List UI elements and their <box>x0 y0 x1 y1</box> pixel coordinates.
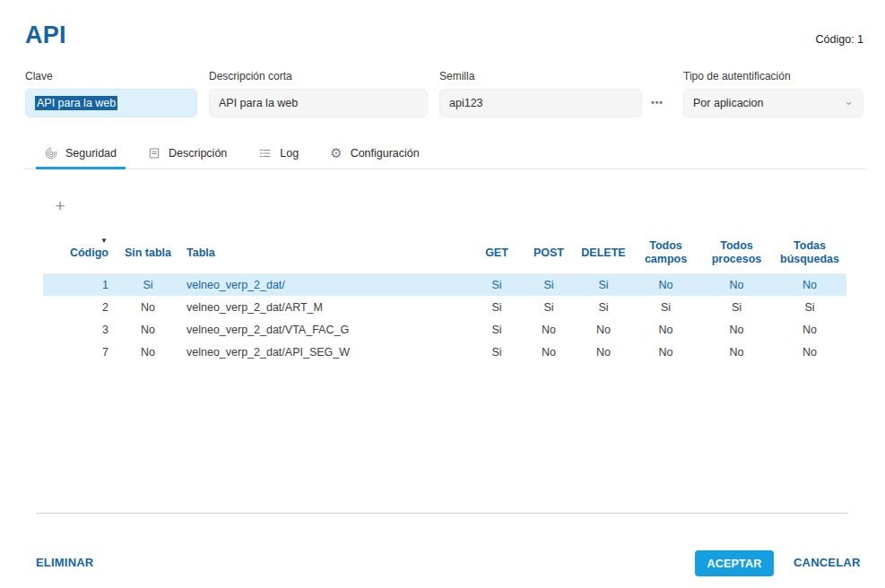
col-header-get[interactable]: GET <box>472 233 522 273</box>
table-cell[interactable]: No <box>576 341 631 363</box>
table-cell[interactable]: Si <box>576 273 631 296</box>
table-cell[interactable]: No <box>700 273 773 296</box>
table-cell[interactable]: Si <box>522 296 576 318</box>
table-cell[interactable]: No <box>631 273 700 296</box>
table-cell[interactable]: No <box>631 341 700 363</box>
table-cell[interactable]: No <box>700 318 773 341</box>
table-cell[interactable]: Si <box>472 296 522 318</box>
col-header-post[interactable]: POST <box>522 233 576 273</box>
footer-divider <box>36 513 847 514</box>
tab-log-label: Log <box>280 147 299 160</box>
col-header-todos-procesos[interactable]: Todos procesos <box>700 233 773 273</box>
table-cell[interactable]: 7 <box>43 341 117 363</box>
col-header-todos-campos[interactable]: Todos campos <box>631 233 700 273</box>
table-cell[interactable]: 1 <box>43 273 117 296</box>
semilla-value: api123 <box>449 97 483 109</box>
table-cell[interactable]: No <box>117 318 179 341</box>
col-header-tabla[interactable]: Tabla <box>179 233 472 273</box>
plus-icon: + <box>55 196 65 215</box>
gear-icon: ⚙ <box>330 147 342 160</box>
table-row[interactable]: 7Novelneo_verp_2_dat/API_SEG_WSiNoNoNoNo… <box>43 341 846 363</box>
tipo-autentificacion-select[interactable]: Por aplicacion ⌄ <box>683 89 863 117</box>
semilla-input[interactable]: api123 <box>439 89 642 117</box>
tab-bar: Seguridad Descripción Log <box>0 140 885 169</box>
table-cell[interactable]: Si <box>700 296 773 318</box>
list-icon <box>258 147 272 160</box>
table-row[interactable]: 3Novelneo_verp_2_dat/VTA_FAC_GSiNoNoNoNo… <box>43 318 846 341</box>
table-cell[interactable]: 3 <box>43 318 117 341</box>
col-header-sin-tabla[interactable]: Sin tabla <box>117 233 179 273</box>
table-header-row: Código ▼ Sin tabla Tabla GET POST DELETE… <box>43 233 846 273</box>
clave-input[interactable]: API para la web <box>25 89 197 117</box>
descripcion-corta-input[interactable]: API para la web <box>209 89 428 117</box>
tab-configuracion[interactable]: ⚙ Configuración <box>321 141 429 169</box>
table-cell[interactable]: No <box>522 341 576 363</box>
semilla-more-options-button[interactable]: ••• <box>647 96 667 110</box>
table-cell[interactable]: velneo_verp_2_dat/VTA_FAC_G <box>179 318 472 341</box>
table-cell[interactable]: Si <box>576 296 631 318</box>
table-cell[interactable]: Si <box>631 296 700 318</box>
tipo-autentificacion-value: Por aplicacion <box>693 97 764 109</box>
clave-input-selected-text: API para la web <box>35 96 117 110</box>
table-row[interactable]: 2Novelneo_verp_2_dat/ART_MSiSiSiSiSiSi <box>43 296 846 318</box>
table-cell[interactable]: No <box>631 318 700 341</box>
table-cell[interactable]: Si <box>472 341 522 363</box>
table-cell[interactable]: No <box>117 296 179 318</box>
table-cell[interactable]: velneo_verp_2_dat/ART_M <box>179 296 472 318</box>
fingerprint-icon <box>45 147 57 160</box>
table-cell[interactable]: Si <box>117 273 179 296</box>
table-row[interactable]: 1Sivelneo_verp_2_dat/SiSiSiNoNoNo <box>43 273 846 296</box>
clave-label: Clave <box>25 70 53 82</box>
tab-configuracion-label: Configuración <box>351 147 420 160</box>
chevron-down-icon: ⌄ <box>844 97 854 106</box>
table-cell[interactable]: velneo_verp_2_dat/ <box>179 273 472 296</box>
table-cell[interactable]: Si <box>773 296 846 318</box>
table-cell[interactable]: Si <box>522 273 576 296</box>
security-table: Código ▼ Sin tabla Tabla GET POST DELETE… <box>43 233 846 363</box>
ellipsis-icon: ••• <box>651 98 664 108</box>
table-cell[interactable]: No <box>576 318 631 341</box>
table-cell[interactable]: No <box>117 341 179 363</box>
sort-desc-icon: ▼ <box>100 237 108 246</box>
descripcion-corta-label: Descripción corta <box>209 70 292 82</box>
table-cell[interactable]: No <box>700 341 773 363</box>
record-code-badge: Código: 1 <box>815 33 863 46</box>
tab-descripcion-label: Descripción <box>169 147 227 160</box>
table-cell[interactable]: velneo_verp_2_dat/API_SEG_W <box>179 341 472 363</box>
semilla-label: Semilla <box>439 70 474 82</box>
table-cell[interactable]: Si <box>472 318 522 341</box>
col-header-delete[interactable]: DELETE <box>576 233 631 273</box>
tipo-autentificacion-label: Tipo de autentificación <box>683 70 791 82</box>
table-cell[interactable]: Si <box>472 273 522 296</box>
table-cell[interactable]: No <box>773 318 846 341</box>
tab-seguridad-label: Seguridad <box>65 147 117 160</box>
descripcion-corta-value: API para la web <box>219 97 298 109</box>
tab-seguridad[interactable]: Seguridad <box>36 141 126 169</box>
cancelar-button[interactable]: CANCELAR <box>794 556 861 569</box>
table-cell[interactable]: 2 <box>43 296 117 318</box>
tab-descripcion[interactable]: Descripción <box>139 141 236 169</box>
col-header-todas-busquedas[interactable]: Todas búsquedas <box>773 233 846 273</box>
aceptar-button[interactable]: ACEPTAR <box>695 550 774 576</box>
page-title: API <box>25 22 66 49</box>
table-cell[interactable]: No <box>522 318 576 341</box>
table-cell[interactable]: No <box>773 273 846 296</box>
document-icon <box>148 147 161 160</box>
add-row-button[interactable]: + <box>50 196 70 216</box>
eliminar-button[interactable]: ELIMINAR <box>36 556 93 569</box>
col-header-codigo[interactable]: Código ▼ <box>43 233 117 273</box>
table-cell[interactable]: No <box>773 341 846 363</box>
table-body: 1Sivelneo_verp_2_dat/SiSiSiNoNoNo2Noveln… <box>43 273 846 363</box>
tab-log[interactable]: Log <box>249 141 308 169</box>
